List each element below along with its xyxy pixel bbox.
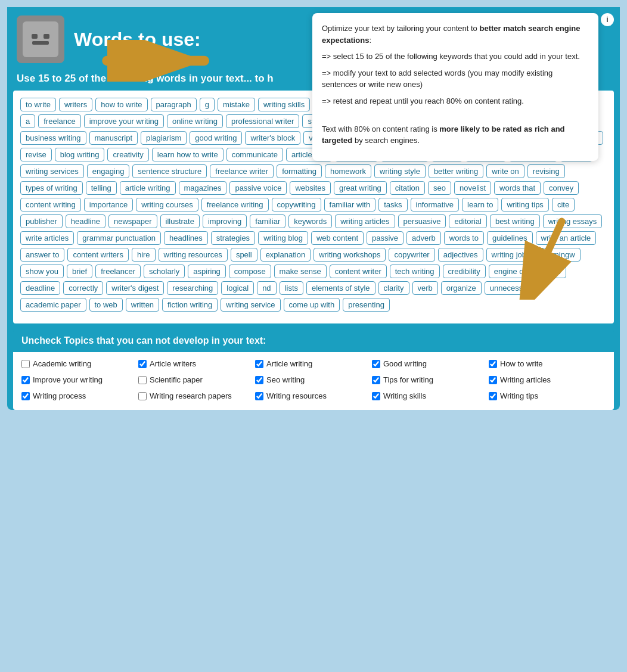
- keyword-tag[interactable]: writers: [59, 98, 92, 111]
- keyword-tag[interactable]: websites: [290, 181, 331, 195]
- keyword-tag[interactable]: spell: [231, 248, 257, 262]
- keyword-tag[interactable]: credibility: [443, 265, 486, 278]
- keyword-tag[interactable]: novelist: [454, 181, 491, 195]
- keyword-tag[interactable]: freelancer: [95, 265, 141, 278]
- keyword-tag[interactable]: homework: [325, 164, 371, 178]
- keyword-tag[interactable]: make sense: [274, 265, 327, 278]
- keyword-tag[interactable]: writing articles: [335, 214, 395, 228]
- keyword-tag[interactable]: manuscript: [89, 131, 138, 145]
- keyword-tag[interactable]: headlines: [164, 231, 208, 245]
- keyword-tag[interactable]: business writing: [20, 131, 86, 145]
- topic-checkbox[interactable]: [489, 392, 497, 400]
- keyword-tag[interactable]: nd: [257, 281, 276, 295]
- keyword-tag[interactable]: paragraph: [151, 98, 197, 111]
- keyword-tag[interactable]: freelance: [38, 114, 80, 128]
- keyword-tag[interactable]: compose: [229, 265, 271, 278]
- keyword-tag[interactable]: magazines: [179, 181, 227, 195]
- keyword-tag[interactable]: correctly: [63, 281, 103, 295]
- keyword-tag[interactable]: brief: [67, 265, 92, 278]
- keyword-tag[interactable]: writing style: [374, 164, 426, 178]
- keyword-tag[interactable]: telling: [86, 181, 117, 195]
- keyword-tag[interactable]: content writers: [67, 248, 129, 262]
- keyword-tag[interactable]: content writing: [20, 198, 81, 211]
- keyword-tag[interactable]: revise: [20, 148, 52, 161]
- topic-checkbox[interactable]: [255, 360, 263, 368]
- keyword-tag[interactable]: blog writing: [55, 148, 105, 161]
- keyword-tag[interactable]: great writing: [334, 181, 387, 195]
- topic-checkbox[interactable]: [489, 360, 497, 368]
- keyword-tag[interactable]: formatting: [277, 164, 322, 178]
- keyword-tag[interactable]: professional writer: [226, 114, 300, 128]
- keyword-tag[interactable]: explanation: [260, 248, 311, 262]
- keyword-tag[interactable]: passive voice: [229, 181, 287, 195]
- keyword-tag[interactable]: freelance writing: [201, 198, 269, 211]
- keyword-tag[interactable]: communicate: [226, 148, 283, 161]
- keyword-tag[interactable]: freelance writer: [210, 164, 274, 178]
- topic-checkbox[interactable]: [21, 360, 30, 368]
- topic-checkbox[interactable]: [372, 376, 380, 384]
- topic-checkbox[interactable]: [21, 392, 30, 400]
- keyword-tag[interactable]: writing courses: [136, 198, 198, 211]
- keyword-tag[interactable]: writer's digest: [106, 281, 164, 295]
- keyword-tag[interactable]: academic paper: [20, 298, 86, 312]
- keyword-tag[interactable]: how to write: [95, 98, 147, 111]
- keyword-tag[interactable]: revising: [527, 164, 565, 178]
- topic-checkbox[interactable]: [21, 376, 30, 384]
- keyword-tag[interactable]: answer to: [20, 248, 64, 262]
- keyword-tag[interactable]: deadline: [20, 281, 60, 295]
- keyword-tag[interactable]: copywriter: [389, 248, 434, 262]
- keyword-tag[interactable]: writing resources: [159, 248, 228, 262]
- keyword-tag[interactable]: plagiarism: [141, 131, 187, 145]
- keyword-tag[interactable]: content writer: [330, 265, 387, 278]
- keyword-tag[interactable]: engaging: [87, 164, 130, 178]
- keyword-tag[interactable]: show you: [20, 265, 64, 278]
- topic-checkbox[interactable]: [138, 392, 147, 400]
- keyword-tag[interactable]: organize: [441, 281, 482, 295]
- keyword-tag[interactable]: cite: [552, 198, 575, 211]
- keyword-tag[interactable]: types of writing: [20, 181, 83, 195]
- keyword-tag[interactable]: improving: [203, 214, 247, 228]
- keyword-tag[interactable]: seo: [428, 181, 451, 195]
- keyword-tag[interactable]: tasks: [378, 198, 407, 211]
- keyword-tag[interactable]: web content: [311, 231, 364, 245]
- keyword-tag[interactable]: writing service: [221, 298, 280, 312]
- keyword-tag[interactable]: to write: [20, 98, 56, 111]
- keyword-tag[interactable]: grammar punctuation: [77, 231, 161, 245]
- info-button[interactable]: i: [601, 13, 614, 26]
- keyword-tag[interactable]: written: [126, 298, 159, 312]
- keyword-tag[interactable]: learn how to write: [152, 148, 224, 161]
- keyword-tag[interactable]: illustrate: [160, 214, 200, 228]
- keyword-tag[interactable]: writing workshops: [314, 248, 386, 262]
- keyword-tag[interactable]: adverb: [406, 231, 441, 245]
- keyword-tag[interactable]: importance: [84, 198, 133, 211]
- keyword-tag[interactable]: fiction writing: [162, 298, 218, 312]
- keyword-tag[interactable]: improve your writing: [84, 114, 164, 128]
- keyword-tag[interactable]: writing blog: [258, 231, 308, 245]
- keyword-tag[interactable]: keywords: [288, 214, 332, 228]
- keyword-tag[interactable]: words to: [444, 231, 484, 245]
- keyword-tag[interactable]: online writing: [167, 114, 223, 128]
- keyword-tag[interactable]: article writing: [120, 181, 176, 195]
- keyword-tag[interactable]: newspaper: [108, 214, 157, 228]
- keyword-tag[interactable]: words that: [494, 181, 541, 195]
- keyword-tag[interactable]: clarity: [378, 281, 409, 295]
- keyword-tag[interactable]: writer's block: [245, 131, 300, 145]
- keyword-tag[interactable]: writing services: [20, 164, 84, 178]
- topic-checkbox[interactable]: [255, 376, 263, 384]
- topic-checkbox[interactable]: [489, 376, 497, 384]
- keyword-tag[interactable]: writing tips: [501, 198, 548, 211]
- keyword-tag[interactable]: passive: [367, 231, 403, 245]
- keyword-tag[interactable]: citation: [390, 181, 425, 195]
- keyword-tag[interactable]: a: [20, 114, 35, 128]
- keyword-tag[interactable]: copywriting: [272, 198, 321, 211]
- keyword-tag[interactable]: aspiring: [188, 265, 226, 278]
- keyword-tag[interactable]: writing skills: [258, 98, 310, 111]
- topic-checkbox[interactable]: [372, 392, 380, 400]
- keyword-tag[interactable]: learn to: [462, 198, 498, 211]
- keyword-tag[interactable]: logical: [221, 281, 254, 295]
- topic-checkbox[interactable]: [138, 360, 147, 368]
- keyword-tag[interactable]: g: [200, 98, 215, 111]
- keyword-tag[interactable]: researching: [167, 281, 218, 295]
- keyword-tag[interactable]: convey: [544, 181, 579, 195]
- keyword-tag[interactable]: publisher: [20, 214, 63, 228]
